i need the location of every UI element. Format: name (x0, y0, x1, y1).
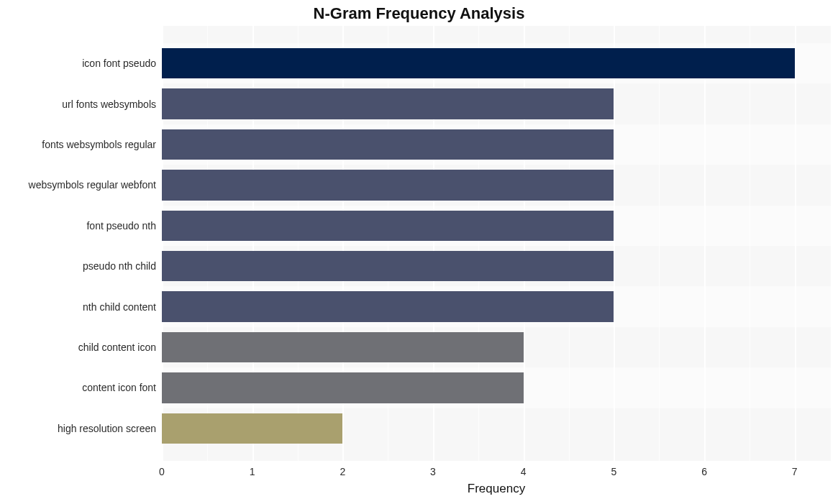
y-tick-label: fonts websymbols regular (42, 139, 156, 150)
bar (162, 129, 614, 160)
x-axis-label: Frequency (162, 482, 831, 496)
y-tick-label: icon font pseudo (82, 58, 156, 69)
bar (162, 170, 614, 200)
x-tick-label: 1 (250, 466, 255, 477)
x-tick-label: 0 (159, 466, 165, 477)
y-tick-label: high resolution screen (58, 423, 156, 434)
x-tick-label: 6 (701, 466, 707, 477)
y-tick-label: websymbols regular webfont (29, 179, 156, 191)
x-tick-label: 5 (611, 466, 616, 477)
plot-area (162, 26, 831, 461)
y-tick-label: url fonts websymbols (62, 98, 156, 110)
bar (162, 88, 614, 119)
ngram-chart: N-Gram Frequency Analysis Frequency icon… (0, 0, 838, 504)
x-tick-label: 3 (430, 466, 436, 477)
y-tick-label: content icon font (82, 382, 156, 393)
bar (162, 48, 795, 78)
bar (162, 332, 524, 362)
x-tick-label: 4 (521, 466, 527, 477)
y-tick-label: font pseudo nth (86, 220, 156, 232)
x-tick-label: 7 (792, 466, 798, 477)
y-tick-label: nth child content (83, 301, 156, 313)
x-tick-label: 2 (340, 466, 345, 477)
y-tick-label: pseudo nth child (83, 260, 156, 272)
bar (162, 372, 524, 403)
y-tick-label: child content icon (78, 342, 156, 353)
bar (162, 291, 614, 321)
bar (162, 211, 614, 241)
bar (162, 251, 614, 281)
chart-title: N-Gram Frequency Analysis (0, 4, 838, 23)
bar (162, 413, 342, 444)
